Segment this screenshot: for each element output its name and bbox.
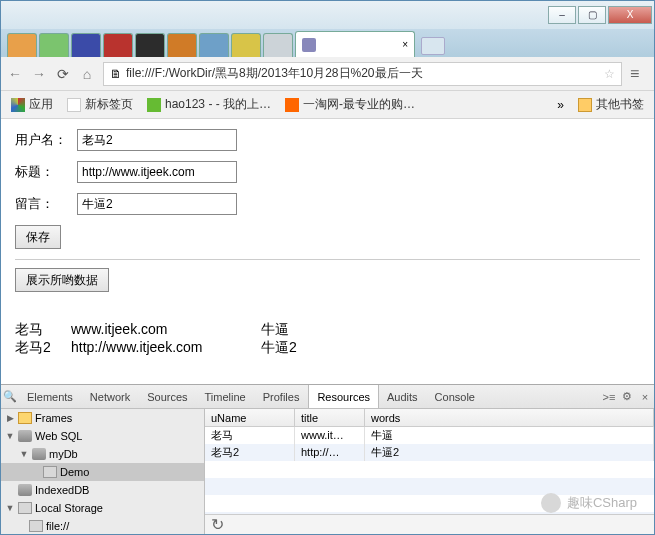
devtools-tab-network[interactable]: Network xyxy=(82,385,139,408)
reload-button[interactable]: ⟳ xyxy=(55,66,71,82)
message-input[interactable] xyxy=(77,193,237,215)
devtools-tab-audits[interactable]: Audits xyxy=(379,385,427,408)
forward-button[interactable]: → xyxy=(31,66,47,82)
show-all-button[interactable]: 展示所哟数据 xyxy=(15,268,109,292)
title-label: 标题： xyxy=(15,163,77,181)
refresh-icon[interactable]: ↻ xyxy=(211,515,224,534)
minimize-button[interactable]: – xyxy=(548,6,576,24)
browser-tab[interactable] xyxy=(199,33,229,57)
browser-tabstrip: × xyxy=(1,29,654,57)
table-row[interactable]: 老马2http://…牛逼2 xyxy=(205,444,654,461)
devtools-tab-elements[interactable]: Elements xyxy=(19,385,82,408)
devtools-close-icon[interactable]: × xyxy=(636,391,654,403)
divider xyxy=(15,259,640,260)
col-title[interactable]: title xyxy=(295,409,365,426)
tree-ls-origin[interactable]: file:// xyxy=(1,517,204,534)
devtools-tab-profiles[interactable]: Profiles xyxy=(255,385,309,408)
tree-frames[interactable]: ▶Frames xyxy=(1,409,204,427)
tree-websql[interactable]: ▼Web SQL xyxy=(1,427,204,445)
title-input[interactable] xyxy=(77,161,237,183)
browser-tab[interactable] xyxy=(231,33,261,57)
doc-icon: 🗎 xyxy=(110,67,122,81)
url-field[interactable]: 🗎 file:///F:/WorkDir/黑马8期/2013年10月28日%20… xyxy=(103,62,622,86)
back-button[interactable]: ← xyxy=(7,66,23,82)
username-label: 用户名： xyxy=(15,131,77,149)
table-row[interactable]: 老马www.it…牛逼 xyxy=(205,427,654,444)
devtools-tab-sources[interactable]: Sources xyxy=(139,385,196,408)
tree-localstorage[interactable]: ▼Local Storage xyxy=(1,499,204,517)
resources-tree: ▶Frames ▼Web SQL ▼myDb Demo IndexedDB ▼L… xyxy=(1,409,205,534)
bookmarks-bar: 应用 新标签页 hao123 - - 我的上… 一淘网-最专业的购… » 其他书… xyxy=(1,91,654,119)
result-listing: 老马www.itjeek.com牛逼 老马2http://www.itjeek.… xyxy=(15,302,640,374)
username-input[interactable] xyxy=(77,129,237,151)
bookmarks-more[interactable]: » xyxy=(557,98,564,112)
bookmark-item[interactable]: hao123 - - 我的上… xyxy=(147,96,271,113)
browser-tab[interactable] xyxy=(167,33,197,57)
message-label: 留言： xyxy=(15,195,77,213)
browser-tab[interactable] xyxy=(135,33,165,57)
bookmark-item[interactable]: 一淘网-最专业的购… xyxy=(285,96,415,113)
star-icon[interactable]: ☆ xyxy=(604,67,615,81)
tree-table-demo[interactable]: Demo xyxy=(1,463,204,481)
other-bookmarks[interactable]: 其他书签 xyxy=(578,96,644,113)
devtools-search-icon[interactable]: 🔍 xyxy=(1,390,19,403)
devtools-statusbar: ↻ xyxy=(205,514,654,534)
bookmark-item[interactable]: 新标签页 xyxy=(67,96,133,113)
save-button[interactable]: 保存 xyxy=(15,225,61,249)
devtools-tab-console[interactable]: Console xyxy=(427,385,484,408)
home-button[interactable]: ⌂ xyxy=(79,66,95,82)
console-drawer-icon[interactable]: >≡ xyxy=(600,391,618,403)
col-uname[interactable]: uName xyxy=(205,409,295,426)
tree-indexeddb[interactable]: IndexedDB xyxy=(1,481,204,499)
maximize-button[interactable]: ▢ xyxy=(578,6,606,24)
devtools-tab-resources[interactable]: Resources xyxy=(308,385,379,408)
col-words[interactable]: words xyxy=(365,409,654,426)
browser-tab[interactable] xyxy=(71,33,101,57)
browser-tab[interactable] xyxy=(263,33,293,57)
window-titlebar: – ▢ X xyxy=(1,1,654,29)
resources-table: uName title words 老马www.it…牛逼 老马2http://… xyxy=(205,409,654,534)
apps-button[interactable]: 应用 xyxy=(11,96,53,113)
browser-tab[interactable] xyxy=(103,33,133,57)
address-bar: ← → ⟳ ⌂ 🗎 file:///F:/WorkDir/黑马8期/2013年1… xyxy=(1,57,654,91)
devtools-panel: 🔍 Elements Network Sources Timeline Prof… xyxy=(1,384,654,534)
gear-icon[interactable]: ⚙ xyxy=(618,390,636,403)
url-text: file:///F:/WorkDir/黑马8期/2013年10月28日%20最后… xyxy=(126,65,600,82)
page-content: 用户名： 标题： 留言： 保存 展示所哟数据 老马www.itjeek.com牛… xyxy=(1,119,654,384)
browser-tab[interactable] xyxy=(7,33,37,57)
devtools-tab-timeline[interactable]: Timeline xyxy=(197,385,255,408)
new-tab-button[interactable] xyxy=(421,37,445,55)
browser-tab[interactable] xyxy=(39,33,69,57)
menu-button[interactable]: ≡ xyxy=(630,65,648,83)
tree-db[interactable]: ▼myDb xyxy=(1,445,204,463)
tab-close-icon[interactable]: × xyxy=(402,39,408,50)
close-button[interactable]: X xyxy=(608,6,652,24)
favicon-icon xyxy=(302,38,316,52)
browser-tab-active[interactable]: × xyxy=(295,31,415,57)
